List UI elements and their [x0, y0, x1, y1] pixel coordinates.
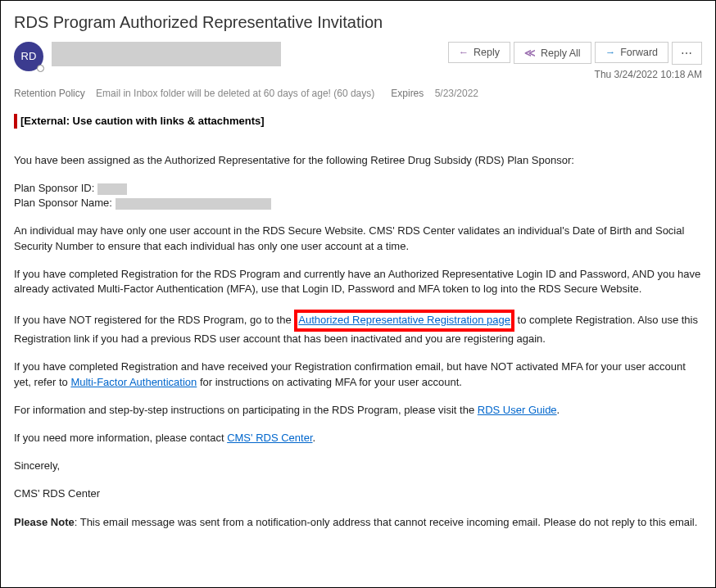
sponsor-id-label: Plan Sponsor ID:: [14, 182, 97, 194]
user-guide-link[interactable]: RDS User Guide: [478, 404, 557, 416]
retention-label: Retention Policy: [14, 88, 85, 99]
body-p5b: for instructions on activating MFA for y…: [197, 376, 462, 388]
forward-icon: →: [605, 47, 616, 58]
body-p2: An individual may have only one user acc…: [14, 224, 702, 253]
body-p9: CMS' RDS Center: [14, 486, 702, 501]
forward-label: Forward: [620, 47, 658, 58]
expires-value: 5/23/2022: [435, 88, 478, 99]
body-p6b: .: [557, 404, 560, 416]
reply-icon: ←: [459, 47, 469, 58]
reply-all-icon: ≪: [524, 47, 536, 59]
body-p5: If you have completed Registration and h…: [14, 360, 702, 389]
email-body: You have been assigned as the Authorized…: [14, 153, 702, 530]
sponsor-id-redacted: [97, 183, 127, 195]
reply-all-label: Reply All: [541, 47, 581, 59]
sponsor-name-label: Plan Sponsor Name:: [14, 197, 116, 209]
body-note: Please Note: This email message was sent…: [14, 515, 702, 530]
more-actions-button[interactable]: ⋯: [672, 42, 702, 65]
body-p8: Sincerely,: [14, 459, 702, 473]
body-p4: If you have NOT registered for the RDS P…: [14, 310, 702, 346]
body-p7a: If you need more information, please con…: [14, 432, 227, 444]
avatar-initials: RD: [21, 49, 37, 64]
email-subject: RDS Program Authorized Representative In…: [14, 11, 702, 34]
retention-value: Email in Inbox folder will be deleted at…: [96, 88, 374, 99]
forward-button[interactable]: → Forward: [595, 42, 668, 63]
rds-center-link[interactable]: CMS' RDS Center: [227, 432, 312, 444]
body-p3: If you have completed Registration for t…: [14, 267, 702, 296]
body-p7: If you need more information, please con…: [14, 431, 702, 446]
avatar: RD: [14, 42, 43, 71]
external-warning-banner: [External: Use caution with links & atta…: [14, 114, 702, 129]
body-p6a: For information and step-by-step instruc…: [14, 404, 478, 416]
mfa-link[interactable]: Multi-Factor Authentication: [70, 376, 197, 388]
email-header: RD ← Reply ≪ Reply All → Forward ⋯ Thu 3…: [14, 42, 702, 82]
sender-redacted: [52, 42, 281, 66]
sponsor-name-redacted: [116, 198, 271, 210]
reply-button[interactable]: ← Reply: [448, 42, 510, 63]
email-timestamp: Thu 3/24/2022 10:18 AM: [595, 68, 702, 82]
retention-meta: Retention Policy Email in Inbox folder w…: [14, 87, 702, 101]
actions-toolbar: ← Reply ≪ Reply All → Forward ⋯: [448, 42, 702, 65]
auth-rep-registration-link[interactable]: Authorized Representative Registration p…: [298, 314, 510, 326]
sender-block: [52, 42, 448, 66]
body-p6: For information and step-by-step instruc…: [14, 403, 702, 418]
body-p7b: .: [313, 432, 316, 444]
reply-label: Reply: [474, 47, 500, 58]
body-p4a: If you have NOT registered for the RDS P…: [14, 314, 294, 326]
sponsor-name-line: Plan Sponsor Name:: [14, 196, 702, 210]
expires-label: Expires: [391, 88, 424, 99]
presence-indicator-icon: [37, 65, 44, 72]
note-text: : This email message was sent from a not…: [75, 516, 698, 528]
reply-all-button[interactable]: ≪ Reply All: [514, 42, 591, 64]
red-highlight-box: Authorized Representative Registration p…: [294, 310, 514, 332]
body-p1: You have been assigned as the Authorized…: [14, 153, 702, 168]
sponsor-id-line: Plan Sponsor ID:: [14, 181, 702, 196]
note-label: Please Note: [14, 516, 75, 528]
header-right-column: ← Reply ≪ Reply All → Forward ⋯ Thu 3/24…: [448, 42, 702, 82]
